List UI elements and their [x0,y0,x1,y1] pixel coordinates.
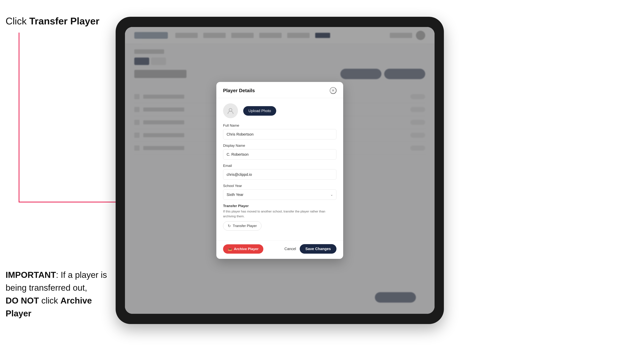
full-name-input[interactable] [223,129,336,140]
email-input[interactable] [223,169,336,180]
modal-title: Player Details [223,88,255,93]
transfer-player-button[interactable]: ↻ Transfer Player [223,221,262,231]
do-not-label: DO NOT [6,296,39,305]
modal-close-button[interactable]: × [330,87,336,94]
modal-footer: 📥 Archive Player Cancel Save Changes [216,240,343,259]
transfer-section-description: If this player has moved to another scho… [223,209,336,219]
important-label: IMPORTANT [6,270,56,280]
archive-player-button[interactable]: 📥 Archive Player [223,244,263,254]
full-name-label: Full Name [223,124,336,128]
tablet-device: Player Details × [116,17,444,324]
tablet-screen: Player Details × [125,27,434,314]
upload-photo-button[interactable]: Upload Photo [243,106,276,116]
photo-row: Upload Photo [223,103,336,118]
archive-icon: 📥 [228,247,232,251]
school-year-group: School Year First Year Second Year Third… [223,184,336,200]
email-label: Email [223,164,336,168]
instruction-top: Click Transfer Player [6,15,100,27]
transfer-section: Transfer Player If this player has moved… [223,204,336,231]
modal-header: Player Details × [216,82,343,98]
avatar [223,103,238,118]
transfer-icon: ↻ [228,224,231,228]
save-changes-button[interactable]: Save Changes [300,244,336,254]
full-name-group: Full Name [223,124,336,140]
archive-player-label: Archive Player [234,247,258,251]
red-line-vertical [19,33,20,202]
school-year-label: School Year [223,184,336,188]
instruction-bottom: IMPORTANT: If a player is being transfer… [6,269,110,320]
display-name-label: Display Name [223,144,336,148]
footer-right: Cancel Save Changes [284,244,336,254]
display-name-group: Display Name [223,144,336,160]
do-not-text: click [39,296,60,305]
instruction-top-bold: Transfer Player [29,16,100,26]
modal-body: Upload Photo Full Name Display Name [216,98,343,240]
school-year-select[interactable]: First Year Second Year Third Year Fourth… [223,189,336,200]
app-background: Player Details × [125,27,434,314]
svg-point-0 [229,108,232,111]
cancel-button[interactable]: Cancel [284,247,296,251]
transfer-player-button-label: Transfer Player [233,224,257,228]
instruction-top-prefix: Click [6,16,29,26]
modal-overlay: Player Details × [125,27,434,314]
school-year-select-wrapper: First Year Second Year Third Year Fourth… [223,189,336,200]
transfer-section-label: Transfer Player [223,204,336,208]
player-details-modal: Player Details × [216,82,343,259]
email-group: Email [223,164,336,180]
display-name-input[interactable] [223,149,336,160]
